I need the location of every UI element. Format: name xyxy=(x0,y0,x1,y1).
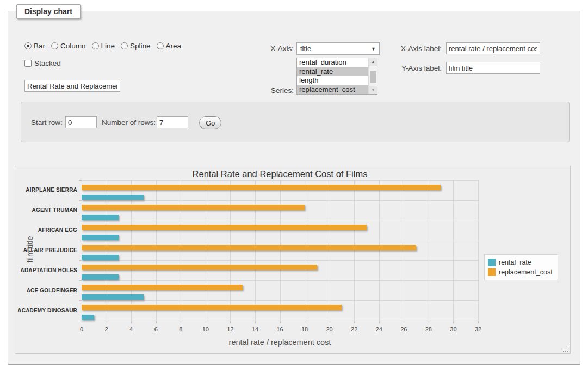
chart-type-line[interactable]: Line xyxy=(92,42,115,50)
xaxis-label-input[interactable] xyxy=(446,42,540,54)
legend-item-replacement_cost[interactable]: replacement_cost xyxy=(488,267,553,277)
category-label: ACE GOLDFINGER xyxy=(15,287,77,293)
radio-icon[interactable] xyxy=(24,42,32,49)
gridline-horizontal xyxy=(82,221,478,221)
legend-swatch xyxy=(488,259,496,266)
bar-replacement_cost[interactable] xyxy=(82,305,342,310)
bar-replacement_cost[interactable] xyxy=(82,205,305,210)
xaxis-tick-label: 26 xyxy=(394,326,413,333)
xaxis-tick xyxy=(131,321,132,323)
panel-title: Display chart xyxy=(16,4,81,19)
yaxis-tick xyxy=(79,300,82,301)
series-select-label: Series: xyxy=(242,86,294,95)
chart-type-area[interactable]: Area xyxy=(157,42,182,50)
radio-label: Column xyxy=(60,42,86,50)
yaxis-label-field-label: Y-Axis label: xyxy=(382,64,442,72)
chevron-down-icon: ▼ xyxy=(371,46,376,52)
stacked-label: Stacked xyxy=(34,59,61,67)
xaxis-tick-label: 12 xyxy=(221,326,239,333)
stacked-option: Stacked xyxy=(24,59,61,67)
gridline-vertical xyxy=(404,180,404,321)
category-label: AGENT TRUMAN xyxy=(15,207,77,213)
bar-replacement_cost[interactable] xyxy=(82,245,416,250)
chart-type-spline[interactable]: Spline xyxy=(121,42,151,50)
gridline-horizontal xyxy=(82,260,478,261)
legend-label: replacement_cost xyxy=(499,268,553,276)
xaxis-tick-label: 2 xyxy=(97,326,116,333)
scrollbar-thumb[interactable] xyxy=(370,71,376,83)
series-option-length[interactable]: length xyxy=(297,76,368,85)
bar-replacement_cost[interactable] xyxy=(82,225,367,230)
gridline-vertical xyxy=(280,180,281,321)
bar-rental_rate[interactable] xyxy=(82,195,144,200)
xaxis-tick-label: 6 xyxy=(147,326,165,333)
category-label: AFRICAN EGG xyxy=(15,227,77,233)
xaxis-tick xyxy=(255,321,256,323)
yaxis-tick xyxy=(79,221,82,221)
bar-replacement_cost[interactable] xyxy=(82,265,317,270)
gridline-vertical xyxy=(181,180,181,321)
xaxis-tick-label: 10 xyxy=(196,326,215,333)
start-row-input[interactable] xyxy=(65,116,97,128)
yaxis-label-input[interactable] xyxy=(446,62,540,74)
radio-label: Area xyxy=(166,42,182,50)
radio-icon[interactable] xyxy=(51,42,58,49)
xaxis-tick xyxy=(156,321,157,323)
xaxis-select-label: X-Axis: xyxy=(242,45,294,53)
gridline-vertical xyxy=(330,180,330,321)
bar-replacement_cost[interactable] xyxy=(82,285,243,290)
scroll-up-icon[interactable]: ▲ xyxy=(369,58,377,66)
xaxis-select[interactable]: title ▼ xyxy=(296,42,380,55)
radio-icon[interactable] xyxy=(157,42,164,49)
radio-icon[interactable] xyxy=(121,42,128,49)
xaxis-tick-label: 24 xyxy=(370,326,388,333)
series-option-replacement_cost[interactable]: replacement_cost xyxy=(297,85,368,95)
chart-type-column[interactable]: Column xyxy=(51,42,86,50)
series-listbox[interactable]: rental_durationrental_ratelengthreplacem… xyxy=(296,58,377,95)
yaxis-tick xyxy=(79,260,82,261)
radio-icon[interactable] xyxy=(92,42,99,49)
xaxis-tick xyxy=(379,321,380,323)
gridline-horizontal xyxy=(82,241,478,241)
chart-type-bar[interactable]: Bar xyxy=(24,42,45,50)
radio-label: Spline xyxy=(130,42,151,50)
bar-rental_rate[interactable] xyxy=(82,294,144,300)
gridline-horizontal xyxy=(82,280,478,281)
bar-rental_rate[interactable] xyxy=(82,274,119,280)
radio-label: Line xyxy=(101,42,115,50)
chart-legend: rental_ratereplacement_cost xyxy=(484,254,558,280)
xaxis-tick xyxy=(230,321,231,323)
xaxis-title: rental rate / replacement cost xyxy=(82,338,478,347)
xaxis-tick-label: 16 xyxy=(271,326,289,333)
legend-item-rental_rate[interactable]: rental_rate xyxy=(488,258,553,267)
xaxis-tick-label: 32 xyxy=(469,326,487,333)
series-option-rental_rate[interactable]: rental_rate xyxy=(297,67,368,77)
stacked-checkbox[interactable] xyxy=(24,60,32,67)
xaxis-tick-label: 20 xyxy=(320,326,339,333)
series-option-rental_duration[interactable]: rental_duration xyxy=(297,58,368,67)
bar-rental_rate[interactable] xyxy=(82,215,119,220)
gridline-vertical xyxy=(429,180,429,321)
resize-handle-icon[interactable] xyxy=(562,346,568,352)
xaxis-label-field-label: X-Axis label: xyxy=(382,45,442,53)
gridline-vertical xyxy=(478,180,479,321)
bar-replacement_cost[interactable] xyxy=(82,185,441,190)
yaxis-tick xyxy=(79,241,82,241)
gridline-vertical xyxy=(453,180,454,321)
bar-rental_rate[interactable] xyxy=(82,235,119,240)
xaxis-tick xyxy=(330,321,330,323)
num-rows-input[interactable] xyxy=(157,116,188,128)
xaxis-tick xyxy=(206,321,206,323)
series-scrollbar[interactable]: ▲ ▼ xyxy=(368,58,377,94)
xaxis-tick-label: 22 xyxy=(345,326,363,333)
go-button[interactable]: Go xyxy=(199,116,221,129)
xaxis-tick-label: 18 xyxy=(295,326,314,333)
gridline-horizontal xyxy=(82,200,478,201)
xaxis-tick xyxy=(478,321,479,323)
chart-title-input[interactable] xyxy=(24,80,120,92)
bar-rental_rate[interactable] xyxy=(82,255,119,260)
chart-title: Rental Rate and Replacement Cost of Film… xyxy=(82,169,478,179)
bar-rental_rate[interactable] xyxy=(82,315,94,320)
scroll-down-icon[interactable]: ▼ xyxy=(369,86,377,94)
xaxis-tick-label: 28 xyxy=(419,326,438,333)
